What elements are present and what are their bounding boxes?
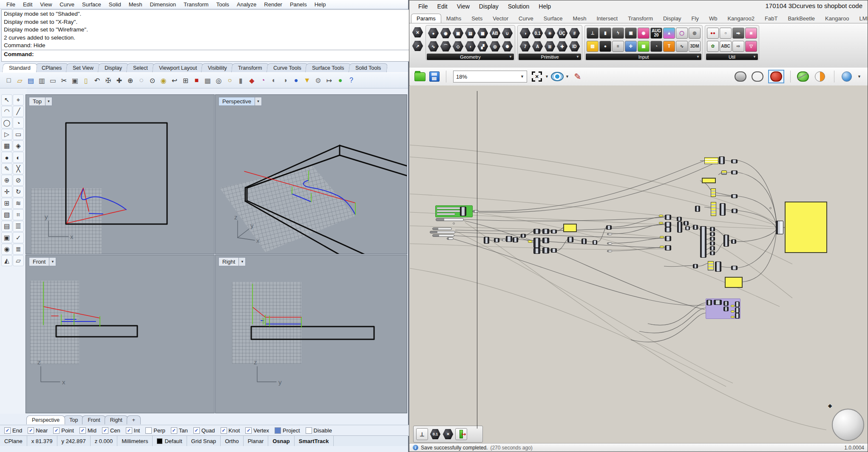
palette-icon[interactable]: ✜ [625,41,637,52]
add-viewport-tab-button[interactable]: + [127,415,141,424]
sidebar-tool-icon[interactable]: ◔ [13,117,24,128]
gh-node-n[interactable] [731,159,738,163]
toolbar-icon[interactable]: ◐ [269,75,279,86]
toolbar-icon[interactable]: ⊙ [147,75,158,86]
gh-node-n[interactable] [513,237,518,242]
toolbar-icon[interactable]: ▣ [70,75,80,86]
toolbar-icon[interactable]: ✂ [59,75,69,86]
gh-node-n[interactable] [542,247,549,253]
sidebar-tool-icon[interactable]: ✓ [13,232,24,243]
palette-icon[interactable]: 7 [519,41,531,52]
sidebar-tool-icon[interactable]: ⌗ [13,209,24,220]
zoom-level-select[interactable]: 18%▼ [453,71,527,82]
chevron-down-icon[interactable]: ▼ [239,257,246,266]
palette-icon[interactable]: AB [489,28,501,39]
gh-menu-item-view[interactable]: View [452,3,474,10]
gh-tab-mesh[interactable]: Mesh [568,14,592,23]
viewport-perspective[interactable]: zyx Perspective▼ [215,94,407,254]
palette-icon[interactable]: ▤ [465,28,476,39]
sidebar-tool-icon[interactable]: ▧ [1,209,12,220]
gh-node-t[interactable] [731,316,735,318]
gh-node-s[interactable] [607,250,612,252]
viewport-top[interactable]: yx Top▼ [26,94,215,254]
palette-icon[interactable]: ∿ [676,41,688,52]
sidebar-tool-icon[interactable]: ⊞ [1,198,12,209]
gh-node-n[interactable] [665,222,671,227]
toolbar-tab-display[interactable]: Display [98,63,129,72]
gh-node-t[interactable] [731,310,735,313]
toolbar-tab-surface-tools[interactable]: Surface Tools [305,63,351,72]
palette-icon[interactable]: ◙ [745,28,757,39]
toolbar-icon[interactable]: ■ [191,75,202,86]
viewport-right[interactable]: zy Right▼ [215,255,407,413]
top-curve[interactable] [67,210,126,223]
palette-icon[interactable]: ● [428,28,439,39]
gh-node-y[interactable] [725,277,743,288]
osnap-toggle-disable[interactable]: Disable [306,427,332,434]
preview-shaded-button-selected[interactable] [768,70,784,83]
toolbar-icon[interactable]: ⊞ [180,75,191,86]
status-cell-z-0-000[interactable]: z 0.000 [91,436,118,446]
osnap-toggle-cen[interactable]: Cen [102,427,120,434]
sidebar-tool-icon[interactable]: ☰ [13,221,24,232]
gh-node-n[interactable] [684,221,689,225]
menu-item-mesh[interactable]: Mesh [125,1,146,8]
toolbar-icon[interactable]: ▥ [37,75,47,86]
toolbar-icon[interactable]: ▭ [48,75,58,86]
palette-icon[interactable]: A [532,41,543,52]
gh-node-n[interactable] [506,236,512,242]
gh-tab-fly[interactable]: Fly [686,14,704,23]
menu-item-render[interactable]: Render [260,1,286,8]
osnap-toggle-knot[interactable]: Knot [221,427,240,434]
chevron-down-icon[interactable]: ▼ [857,74,861,79]
gh-node-n[interactable] [732,209,738,213]
gh-node-n[interactable] [735,301,740,307]
toolbar-icon[interactable]: ⚙ [313,75,323,86]
perspective-curve[interactable] [246,145,340,188]
right-curve[interactable] [252,307,301,317]
menu-item-edit[interactable]: Edit [19,1,36,8]
gh-node-n[interactable] [533,248,540,254]
top-curve[interactable] [66,123,167,224]
palette-icon[interactable]: ◇ [452,41,464,52]
palette-icon[interactable]: ⮕ [732,28,744,39]
gh-node-st2[interactable] [711,202,716,216]
toolbar-icon[interactable]: □ [3,75,14,86]
palette-icon[interactable]: ✕ [412,27,423,38]
osnap-toggle-int[interactable]: Int [126,427,140,434]
menu-item-panels[interactable]: Panels [286,1,311,8]
gh-menu-item-edit[interactable]: Edit [433,3,452,10]
gh-menu-item-file[interactable]: File [414,3,433,10]
osnap-toggle-tan[interactable]: Tan [171,427,188,434]
toolbar-icon[interactable]: ○ [224,75,235,86]
palette-icon[interactable]: ▽ [745,41,757,52]
perspective-curve[interactable] [247,201,365,254]
palette-icon[interactable]: T [663,41,675,52]
toolbar-icon[interactable]: ✠ [103,75,113,86]
gh-node-n[interactable] [551,248,557,253]
sidebar-tool-icon[interactable]: ╳ [13,163,24,174]
gh-node-n[interactable] [593,240,597,244]
checkbox-icon[interactable] [28,427,34,434]
palette-icon[interactable]: ▦ [477,28,488,39]
gh-node-mg[interactable] [776,221,783,234]
gh-node-t[interactable] [660,236,664,238]
sidebar-tool-icon[interactable]: ✛ [1,186,12,197]
perspective-curve[interactable] [292,194,311,202]
gh-node-n[interactable] [695,206,700,212]
status-cell-osnap[interactable]: Osnap [268,436,294,446]
gh-tab-kangaroo[interactable]: Kangaroo [820,14,854,23]
gh-node-s[interactable] [432,227,452,230]
toolbar-tab-solid-tools[interactable]: Solid Tools [349,63,388,72]
checkbox-icon[interactable] [221,427,227,434]
gh-node-n[interactable] [665,245,671,250]
gh-menu-item-display[interactable]: Display [474,3,503,10]
front-curve[interactable] [43,307,100,318]
gh-node-s[interactable] [430,231,455,233]
toolbar-tab-transform[interactable]: Transform [231,63,269,72]
sidebar-tool-icon[interactable]: ◯ [1,117,12,128]
osnap-toggle-perp[interactable]: Perp [145,427,165,434]
chevron-down-icon[interactable]: ▼ [49,257,56,266]
gh-node-n2[interactable] [723,235,729,247]
gh-node-n[interactable] [710,242,715,245]
